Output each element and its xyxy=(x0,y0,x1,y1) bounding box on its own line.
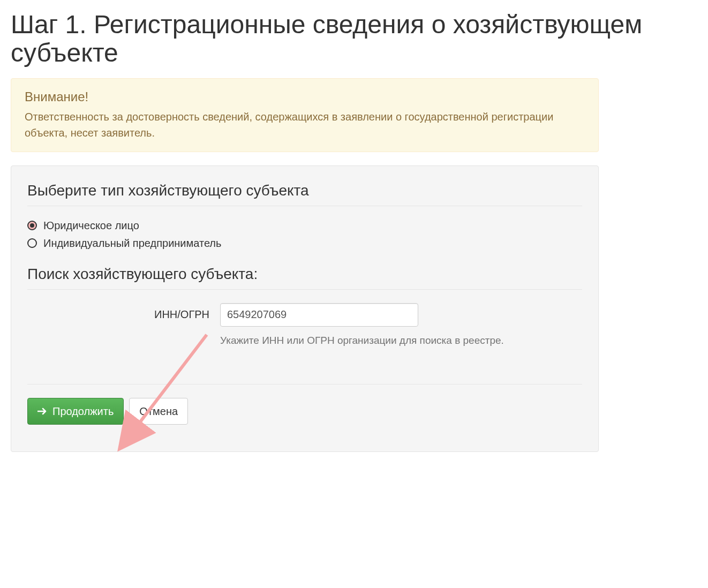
page-title: Шаг 1. Регистрационные сведения о хозяйс… xyxy=(11,11,697,67)
radio-label: Юридическое лицо xyxy=(43,220,139,232)
inn-ogrn-input[interactable] xyxy=(220,303,418,327)
radio-icon-checked xyxy=(27,221,37,230)
arrow-right-icon xyxy=(37,404,47,419)
section-title-search-subject: Поиск хозяйствующего субъекта: xyxy=(27,266,582,283)
divider xyxy=(27,206,582,206)
cancel-button-label: Отмена xyxy=(139,404,178,419)
subject-type-radio-group: Юридическое лицо Индивидуальный предприн… xyxy=(27,220,582,250)
inn-ogrn-help-text: Укажите ИНН или ОГРН организации для пои… xyxy=(220,335,582,346)
radio-label: Индивидуальный предприниматель xyxy=(43,237,221,250)
inn-ogrn-label: ИНН/ОГРН xyxy=(27,303,220,321)
form-group-inn-ogrn: ИНН/ОГРН Укажите ИНН или ОГРН организаци… xyxy=(27,303,582,346)
continue-button-label: Продолжить xyxy=(52,404,114,419)
form-panel: Выберите тип хозяйствующего субъекта Юри… xyxy=(11,165,599,452)
radio-legal-entity[interactable]: Юридическое лицо xyxy=(27,220,582,232)
cancel-button[interactable]: Отмена xyxy=(129,398,188,425)
radio-individual-entrepreneur[interactable]: Индивидуальный предприниматель xyxy=(27,237,582,250)
alert-heading: Внимание! xyxy=(25,89,585,104)
divider xyxy=(27,289,582,290)
button-row: Продолжить Отмена xyxy=(27,384,582,425)
alert-body: Ответственность за достоверность сведени… xyxy=(25,109,585,141)
continue-button[interactable]: Продолжить xyxy=(27,398,124,425)
radio-icon-unchecked xyxy=(27,238,37,248)
section-title-subject-type: Выберите тип хозяйствующего субъекта xyxy=(27,182,582,199)
attention-alert: Внимание! Ответственность за достовернос… xyxy=(11,78,599,152)
